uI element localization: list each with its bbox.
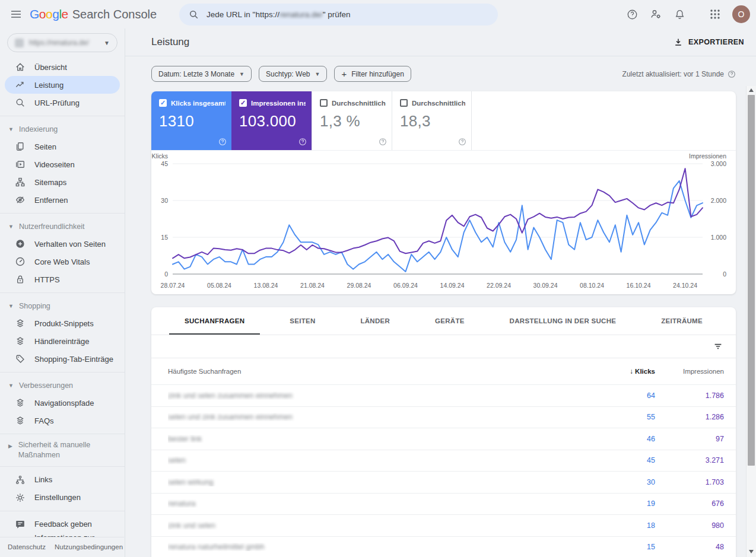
sidebar-item-übersicht[interactable]: Übersicht [5,58,120,76]
google-logo: Google [30,7,68,21]
scroll-up-arrow[interactable] [747,86,756,94]
caret-down-icon: ▼ [8,224,14,230]
table-row[interactable]: renatura naturheilmittel gmbh1548 [151,536,736,557]
avatar[interactable]: O [732,5,750,23]
privacy-link[interactable]: Datenschutz [8,543,46,550]
table-row[interactable]: selen wirkung301.703 [151,471,736,493]
property-favicon [15,39,24,47]
clicks-cell: 45 [584,456,655,464]
tag-icon [15,354,26,364]
sidebar-item-label: HTTPS [34,275,60,284]
table-row[interactable]: zink und selen18980 [151,514,736,536]
sidebar-section-shopping[interactable]: ▼Shopping [0,297,125,314]
table-header: Häufigste Suchanfragen ↓Klicks Impressio… [151,358,736,384]
tab-seiten[interactable]: SEITEN [274,307,331,335]
unchecked-checkbox[interactable] [320,99,328,107]
sidebar-item-label: Verhalten von Seiten [34,240,106,249]
tab-zeiträume[interactable]: ZEITRÄUME [646,307,718,335]
scroll-down-arrow[interactable] [747,548,756,556]
checked-checkbox[interactable]: ✓ [159,99,167,107]
svg-text:2.000: 2.000 [711,197,726,204]
svg-text:06.09.24: 06.09.24 [393,282,418,289]
sidebar-item-faqs[interactable]: FAQs [5,412,120,429]
svg-text:08.10.24: 08.10.24 [580,282,604,289]
svg-text:15: 15 [161,234,168,241]
sidebar-item-shopping-tab-einträge[interactable]: Shopping-Tab-Einträge [5,350,120,368]
url-inspect-search-input[interactable]: Jede URL in "https://renatura.de/" prüfe… [179,4,498,26]
sidebar-item-sitemaps[interactable]: Sitemaps [5,173,120,191]
property-selector[interactable]: https://renatura.de/ ▼ [7,33,117,52]
sidebar-item-label: Core Web Vitals [34,257,90,266]
app-logo[interactable]: Google Search Console [30,7,157,21]
sidebar-section-indexierung[interactable]: ▼Indexierung [0,120,125,138]
sidebar-section-nutzerfreundlichkeit[interactable]: ▼Nutzerfreundlichkeit [0,218,125,235]
apps-grid-button[interactable] [704,3,726,26]
column-header-queries[interactable]: Häufigste Suchanfragen [168,368,584,375]
column-header-clicks[interactable]: ↓Klicks [584,367,655,375]
table-row[interactable]: zink und selen zusammen einnehmen641.786 [151,384,736,406]
svg-text:30.09.24: 30.09.24 [533,282,558,289]
svg-text:3.000: 3.000 [711,160,726,167]
metric-card-2[interactable]: ✓Impressionen ins...103.000 [231,91,312,150]
help-button[interactable] [621,3,643,26]
metric-card-4[interactable]: Durchschnittliche...18,3 [392,91,472,150]
scrollbar-thumb[interactable] [748,95,755,466]
export-button[interactable]: EXPORTIEREN [674,37,744,47]
terms-link[interactable]: Nutzungsbedingungen [55,543,123,550]
table-row[interactable]: selen und zink zusammen einnehmen551.286 [151,406,736,428]
feedback-icon [15,519,26,530]
metric-card-3[interactable]: Durchschnittliche...1,3 % [312,91,392,150]
tab-darstellung-in-der-suche[interactable]: DARSTELLUNG IN DER SUCHE [494,307,632,335]
tab-geräte[interactable]: GERÄTE [420,307,480,335]
sidebar-item-videoseiten[interactable]: Videoseiten [5,155,120,173]
sidebar-item-core-web-vitals[interactable]: Core Web Vitals [5,253,120,270]
table-row[interactable]: renatura19676 [151,493,736,515]
vertical-scrollbar[interactable] [746,86,756,557]
sidebar-item-entfernen[interactable]: Entfernen [5,191,120,209]
checked-checkbox[interactable]: ✓ [239,99,247,107]
sidebar-section-sicherheit-manuelle-maßnahmen[interactable]: ▶Sicherheit & manuelle Maßnahmen [0,438,125,462]
tab-suchanfragen[interactable]: SUCHANFRAGEN [169,307,260,335]
eye-off-icon [15,195,26,205]
help-icon[interactable] [379,138,387,146]
sidebar-item-https[interactable]: HTTPS [5,270,120,288]
filter-chip-suchtyp[interactable]: Suchtyp: Web▼ [259,66,327,82]
caret-right-icon: ▶ [8,443,13,450]
help-icon[interactable] [298,138,307,146]
sidebar-item-links[interactable]: Links [5,471,120,489]
table-row[interactable]: bester link4697 [151,428,736,450]
sidebar-item-produkt-snippets[interactable]: Produkt-Snippets [5,314,120,332]
sidebar-item-verhalten-von-seiten[interactable]: Verhalten von Seiten [5,235,120,253]
sidebar-item-leistung[interactable]: Leistung [5,76,120,94]
sidebar-section-verbesserungen[interactable]: ▼Verbesserungen [0,377,125,394]
sidebar-item-label: Entfernen [34,196,68,205]
user-settings-button[interactable] [644,3,667,26]
search-icon [189,9,199,20]
help-icon[interactable] [458,138,466,146]
svg-text:16.10.24: 16.10.24 [627,282,651,289]
sidebar-item-navigationspfade[interactable]: Navigationspfade [5,394,120,412]
sidebar-item-einstellungen[interactable]: Einstellungen [5,489,120,507]
topbar-actions: O [621,3,750,26]
help-icon[interactable] [728,70,736,78]
filter-list-icon[interactable] [713,341,723,352]
hamburger-menu-button[interactable] [5,3,27,26]
table-row[interactable]: selen453.271 [151,450,736,472]
sidebar-item-händlereinträge[interactable]: Händlereinträge [5,332,120,350]
sidebar-item-seiten[interactable]: Seiten [5,138,120,155]
query-cell: zink und selen [168,521,584,530]
notifications-button[interactable] [668,3,691,26]
unchecked-checkbox[interactable] [400,99,408,107]
metric-card-1[interactable]: ✓Klicks insgesamt1310 [151,91,231,150]
column-header-impressions[interactable]: Impressionen [655,368,724,375]
chart-line-klicks [173,181,703,272]
impressions-cell: 48 [655,543,724,551]
sidebar-item-url-prüfung[interactable]: URL-Prüfung [5,94,120,112]
sidebar-item-feedback-geben[interactable]: Feedback geben [5,515,120,533]
add-filter-chip[interactable]: +Filter hinzufügen [334,66,411,82]
tab-länder[interactable]: LÄNDER [345,307,405,335]
help-icon[interactable] [218,138,227,146]
section-label: Indexierung [19,125,58,133]
filter-chip-datum[interactable]: Datum: Letzte 3 Monate▼ [151,66,252,82]
performance-chart: KlicksImpressionen015304501.0002.0003.00… [151,151,736,294]
